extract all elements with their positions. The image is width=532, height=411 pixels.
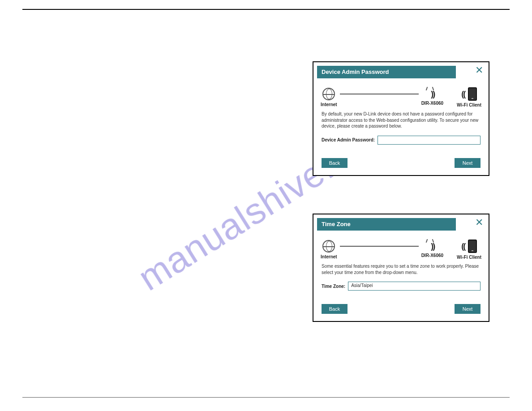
router-label: DIR-X6060 bbox=[421, 101, 443, 106]
next-button[interactable]: Next bbox=[455, 158, 481, 168]
client-node: (( Wi-Fi Client bbox=[457, 87, 481, 107]
internet-label: Internet bbox=[321, 102, 337, 107]
client-label: Wi-Fi Client bbox=[457, 255, 481, 260]
network-diagram: Internet )) DIR-X6060 (( Wi-Fi Client bbox=[317, 85, 485, 108]
dialog-description: By default, your new D-Link device does … bbox=[317, 108, 485, 133]
router-node: )) DIR-X6060 bbox=[421, 90, 443, 106]
internet-node: Internet bbox=[321, 240, 337, 259]
dialog-header: Device Admin Password ✕ bbox=[317, 66, 485, 79]
timezone-row: Time Zone: Asia/Taipei bbox=[317, 279, 485, 295]
network-diagram: Internet )) DIR-X6060 (( Wi-Fi Client bbox=[317, 237, 485, 261]
connection-line bbox=[340, 246, 419, 247]
manual-page: manualshive.com Device Admin Password ✕ … bbox=[22, 9, 510, 398]
dialog-title: Device Admin Password bbox=[317, 66, 456, 78]
client-node: (( Wi-Fi Client bbox=[457, 240, 481, 260]
password-row: Device Admin Password: bbox=[317, 133, 485, 149]
internet-label: Internet bbox=[321, 254, 337, 259]
device-admin-password-dialog: Device Admin Password ✕ Internet )) DIR-… bbox=[313, 61, 489, 176]
router-label: DIR-X6060 bbox=[421, 253, 443, 258]
internet-node: Internet bbox=[321, 88, 337, 107]
router-icon: )) bbox=[421, 242, 443, 251]
close-icon[interactable]: ✕ bbox=[474, 218, 484, 228]
password-label: Device Admin Password: bbox=[322, 137, 375, 142]
back-button[interactable]: Back bbox=[322, 304, 348, 314]
client-icon: (( bbox=[457, 87, 481, 101]
globe-icon bbox=[322, 88, 335, 100]
connection-line bbox=[340, 94, 419, 94]
dialog-buttons: Back Next bbox=[317, 295, 485, 316]
router-node: )) DIR-X6060 bbox=[421, 242, 443, 258]
globe-icon bbox=[322, 240, 335, 253]
dialog-header: Time Zone ✕ bbox=[317, 218, 485, 231]
client-icon: (( bbox=[457, 240, 481, 253]
back-button[interactable]: Back bbox=[322, 158, 348, 168]
client-label: Wi-Fi Client bbox=[457, 103, 481, 107]
timezone-select[interactable]: Asia/Taipei bbox=[348, 282, 481, 291]
router-icon: )) bbox=[421, 90, 443, 99]
password-input[interactable] bbox=[378, 136, 481, 145]
dialog-buttons: Back Next bbox=[317, 149, 485, 170]
timezone-label: Time Zone: bbox=[322, 284, 345, 289]
time-zone-dialog: Time Zone ✕ Internet )) DIR-X6060 (( Wi-… bbox=[313, 214, 489, 322]
dialog-description: Some essential features require you to s… bbox=[317, 261, 485, 279]
close-icon[interactable]: ✕ bbox=[474, 66, 484, 76]
dialog-title: Time Zone bbox=[317, 218, 456, 231]
next-button[interactable]: Next bbox=[455, 304, 481, 314]
